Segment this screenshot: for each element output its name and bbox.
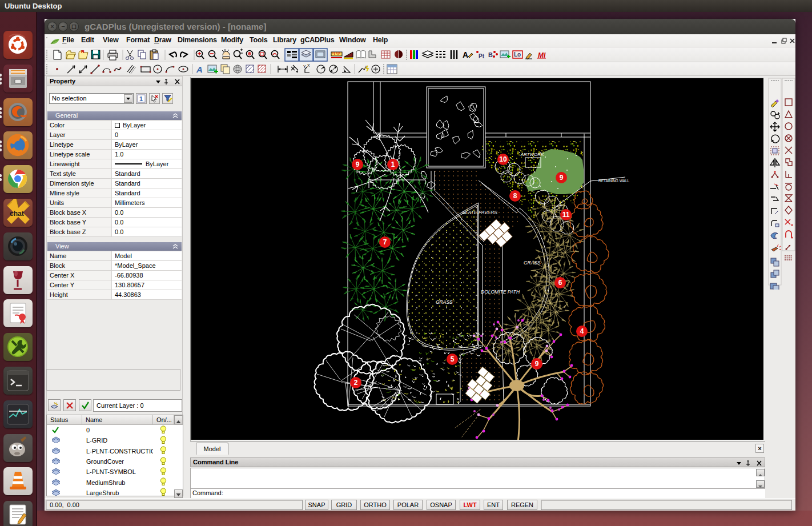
svg-text:1: 1	[391, 160, 395, 168]
svg-text:11: 11	[562, 211, 570, 219]
svg-text:A: A	[463, 50, 468, 59]
svg-text:chat: chat	[10, 210, 24, 218]
svg-text:B: B	[488, 51, 493, 58]
svg-text:7: 7	[383, 238, 387, 246]
svg-text:ARTWORK: ARTWORK	[520, 152, 544, 157]
svg-text:RETAINING WALL: RETAINING WALL	[598, 179, 630, 183]
svg-text:A: A	[196, 65, 203, 74]
svg-text:8: 8	[513, 192, 517, 200]
svg-text:2: 2	[354, 379, 358, 387]
svg-text:GRASS: GRASS	[524, 260, 541, 266]
svg-text:10: 10	[499, 155, 507, 163]
svg-text:Lo: Lo	[514, 51, 521, 58]
svg-text:GRASS: GRASS	[436, 299, 453, 305]
svg-text:6: 6	[558, 279, 562, 287]
svg-text:9: 9	[560, 174, 564, 182]
svg-text:9: 9	[356, 160, 360, 168]
svg-text:4: 4	[580, 327, 584, 335]
svg-text:1: 1	[139, 95, 143, 102]
svg-text:R: R	[81, 49, 85, 54]
svg-text:5: 5	[451, 355, 455, 363]
svg-text:9: 9	[535, 360, 539, 368]
svg-text:Pt: Pt	[479, 53, 485, 59]
svg-text:SLATE PAVERS: SLATE PAVERS	[462, 210, 497, 215]
svg-text:DOLOMITE PATH: DOLOMITE PATH	[481, 289, 520, 295]
svg-text:X: X	[307, 63, 310, 67]
